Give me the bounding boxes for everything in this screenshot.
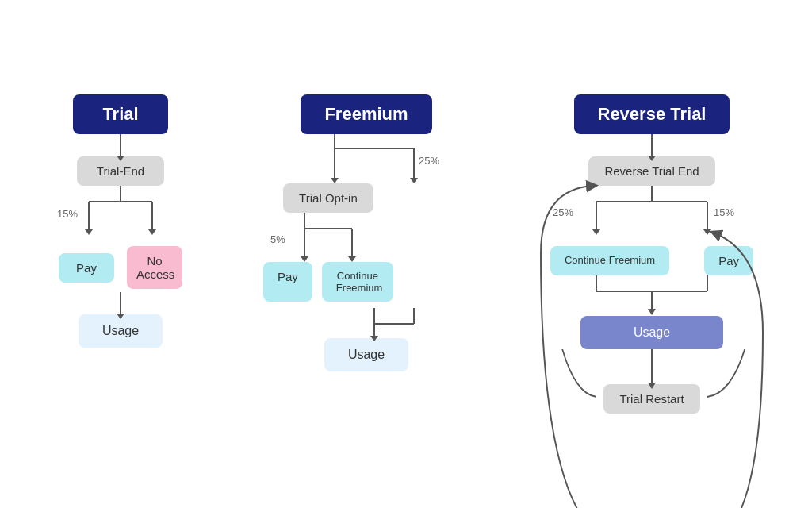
svg-marker-22 xyxy=(370,336,378,341)
arrow-rt-1 xyxy=(651,134,653,156)
svg-marker-12 xyxy=(410,178,418,183)
arrow-trial-2 xyxy=(120,292,121,314)
trial-usage-box: Usage xyxy=(79,314,163,348)
diagram-container: Trial Trial-End 15% Pay No Access xyxy=(0,79,812,429)
trial-no-access-box: No Access xyxy=(127,246,182,289)
svg-marker-5 xyxy=(148,229,156,235)
svg-text:25%: 25% xyxy=(419,155,439,167)
freemium-start-box: Freemium xyxy=(301,94,431,134)
svg-marker-28 xyxy=(592,229,600,235)
freemium-to-usage xyxy=(263,308,469,348)
reverse-trial-column: Reverse Trial Reverse Trial End 25% 15% xyxy=(517,94,787,414)
arrow-trial-1 xyxy=(120,134,121,156)
rt-branch-svg: 25% 15% xyxy=(533,186,771,249)
trial-pay-box: Pay xyxy=(59,253,114,283)
svg-marker-30 xyxy=(703,229,711,235)
svg-marker-17 xyxy=(301,256,308,262)
svg-text:5%: 5% xyxy=(270,233,285,245)
trial-branch-svg: 15% xyxy=(49,186,192,249)
rt-pay-box: Pay xyxy=(704,246,753,275)
svg-text:25%: 25% xyxy=(553,206,573,218)
freemium-left-branch: Trial Opt-in 5% xyxy=(263,183,393,302)
svg-marker-3 xyxy=(85,229,93,235)
rt-restart-svg xyxy=(533,349,771,421)
freemium-optin-svg: 5% xyxy=(269,213,388,268)
freemium-top-svg: 25% xyxy=(263,134,469,190)
freemium-optin-row: Trial Opt-in 5% xyxy=(263,183,469,302)
svg-text:15%: 15% xyxy=(714,206,734,218)
trial-start-box: Trial xyxy=(73,94,168,134)
svg-marker-19 xyxy=(348,256,356,262)
svg-marker-39 xyxy=(648,383,656,389)
rt-to-restart xyxy=(533,349,771,421)
freemium-usage-svg xyxy=(263,308,469,348)
rt-continue-box: Continue Freemium xyxy=(550,246,669,275)
rt-start-box: Reverse Trial xyxy=(574,94,730,134)
svg-marker-37 xyxy=(648,309,656,315)
freemium-split-top: 25% xyxy=(263,134,469,190)
svg-text:15%: 15% xyxy=(57,208,78,220)
trial-column: Trial Trial-End 15% Pay No Access xyxy=(25,94,216,348)
trial-branch: 15% xyxy=(49,186,192,249)
trial-pay-noaccess-row: Pay No Access xyxy=(59,246,182,289)
rt-usage-box: Usage xyxy=(580,316,723,349)
freemium-optin-branch: 5% xyxy=(269,213,388,268)
rt-continue-pay-row: Continue Freemium Pay xyxy=(541,246,763,275)
rt-usage-svg xyxy=(533,275,771,319)
rt-to-usage xyxy=(533,275,771,319)
freemium-column: Freemium 25% Trial Opt-in xyxy=(247,94,485,371)
rt-branch-top: 25% 15% xyxy=(533,186,771,249)
svg-marker-10 xyxy=(331,178,339,183)
